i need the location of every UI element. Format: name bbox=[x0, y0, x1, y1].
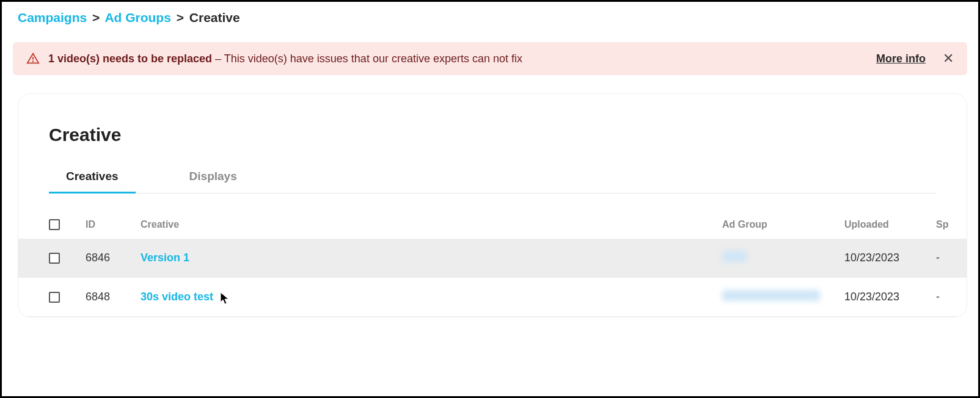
alert-message: 1 video(s) needs to be replaced – This v… bbox=[48, 52, 876, 65]
select-all-checkbox[interactable] bbox=[49, 219, 60, 230]
creative-card: Creative Creatives Displays ID Creative … bbox=[18, 93, 967, 317]
col-sp: Sp bbox=[936, 219, 967, 230]
row-id: 6848 bbox=[86, 291, 141, 303]
alert-rest: – This video(s) have issues that our cre… bbox=[212, 52, 522, 65]
tab-displays[interactable]: Displays bbox=[172, 164, 254, 194]
row-sp: - bbox=[936, 291, 967, 303]
row-id: 6846 bbox=[86, 251, 141, 264]
creatives-table: ID Creative Ad Group Uploaded Sp 6846 Ve… bbox=[18, 212, 967, 317]
table-header: ID Creative Ad Group Uploaded Sp bbox=[18, 212, 967, 239]
tabs: Creatives Displays bbox=[49, 164, 936, 194]
row-uploaded: 10/23/2023 bbox=[844, 251, 936, 264]
col-uploaded: Uploaded bbox=[844, 219, 936, 230]
row-checkbox[interactable] bbox=[49, 292, 60, 303]
creative-link[interactable]: Version 1 bbox=[141, 251, 189, 264]
col-id: ID bbox=[86, 219, 141, 230]
page-title: Creative bbox=[18, 125, 967, 164]
breadcrumb-current: Creative bbox=[189, 10, 240, 24]
col-creative: Creative bbox=[141, 219, 722, 230]
adgroup-blurred bbox=[722, 290, 820, 301]
tab-creatives[interactable]: Creatives bbox=[49, 164, 136, 194]
breadcrumb-sep: > bbox=[177, 10, 184, 24]
adgroup-blurred bbox=[722, 251, 747, 262]
alert-banner: 1 video(s) needs to be replaced – This v… bbox=[13, 42, 967, 75]
table-row[interactable]: 6846 Version 1 10/23/2023 - bbox=[18, 239, 967, 278]
row-checkbox[interactable] bbox=[49, 253, 60, 264]
breadcrumb-adgroups[interactable]: Ad Groups bbox=[104, 10, 171, 24]
warning-icon bbox=[26, 52, 40, 65]
table-row[interactable]: 6848 30s video test 10/23/2023 - bbox=[18, 278, 967, 317]
col-adgroup: Ad Group bbox=[722, 219, 844, 230]
creative-link[interactable]: 30s video test bbox=[141, 291, 213, 303]
breadcrumb-campaigns[interactable]: Campaigns bbox=[18, 10, 87, 24]
breadcrumb: Campaigns > Ad Groups > Creative bbox=[2, 2, 978, 31]
close-icon[interactable]: ✕ bbox=[943, 52, 954, 65]
svg-point-1 bbox=[33, 61, 34, 62]
more-info-link[interactable]: More info bbox=[876, 52, 926, 65]
row-uploaded: 10/23/2023 bbox=[844, 291, 936, 303]
row-sp: - bbox=[936, 251, 967, 264]
breadcrumb-sep: > bbox=[92, 10, 100, 24]
alert-bold: 1 video(s) needs to be replaced bbox=[48, 52, 212, 65]
